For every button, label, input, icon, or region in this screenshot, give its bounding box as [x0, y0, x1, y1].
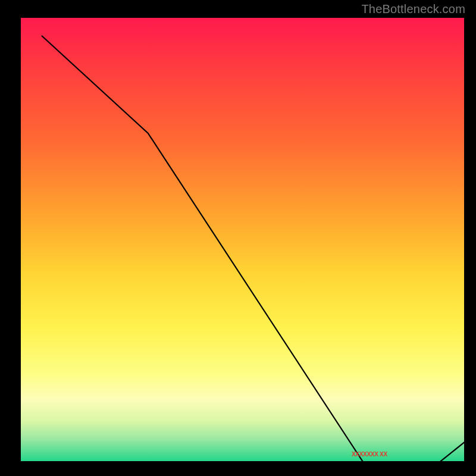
- chart-line-svg: [42, 36, 476, 476]
- chart-container: TheBottleneck.com XXXXXXX XX: [0, 0, 476, 476]
- annotation-label: XXXXXXX XX: [352, 451, 387, 458]
- bottleneck-curve-path: [42, 36, 476, 476]
- axis-left: [20, 17, 21, 462]
- axis-bottom: [20, 461, 465, 462]
- plot-area: [21, 18, 464, 461]
- axis-right: [464, 17, 465, 462]
- watermark-text: TheBottleneck.com: [361, 2, 465, 16]
